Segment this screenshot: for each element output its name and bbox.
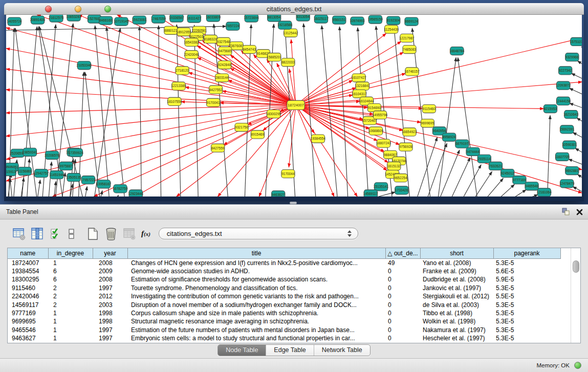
- graph-node[interactable]: [421, 119, 434, 127]
- graph-node[interactable]: [443, 133, 456, 141]
- graph-node[interactable]: [115, 17, 128, 26]
- graph-node[interactable]: [272, 191, 285, 196]
- graph-node[interactable]: [211, 144, 225, 152]
- graph-node[interactable]: [373, 111, 386, 119]
- graph-node[interactable]: [395, 186, 408, 194]
- graph-node[interactable]: [245, 15, 258, 22]
- graph-node[interactable]: [218, 61, 231, 69]
- graph-node[interactable]: [356, 82, 369, 90]
- graph-node[interactable]: [387, 162, 401, 170]
- maximize-window-button[interactable]: [104, 6, 111, 12]
- graph-node[interactable]: [311, 135, 324, 143]
- graph-node[interactable]: [164, 26, 178, 34]
- graph-node[interactable]: [34, 169, 48, 178]
- graph-node[interactable]: [557, 97, 570, 105]
- graph-node[interactable]: [81, 176, 95, 184]
- graph-node[interactable]: [466, 147, 480, 156]
- graph-node[interactable]: [385, 25, 398, 33]
- graph-node[interactable]: [133, 16, 146, 24]
- graph-node[interactable]: [394, 174, 407, 182]
- float-panel-button[interactable]: [562, 208, 570, 217]
- graph-node[interactable]: [403, 128, 416, 136]
- graph-node[interactable]: [351, 17, 364, 25]
- graph-node[interactable]: [405, 17, 418, 26]
- graph-node[interactable]: [287, 100, 304, 110]
- graph-node[interactable]: [97, 180, 111, 188]
- graph-node[interactable]: [525, 182, 538, 190]
- graph-node[interactable]: [226, 22, 239, 30]
- graph-node[interactable]: [219, 47, 232, 55]
- graph-node[interactable]: [18, 167, 31, 176]
- table-row[interactable]: 946554611997Estimation of the future num…: [8, 326, 560, 334]
- graph-node[interactable]: [403, 46, 416, 54]
- column-header-title[interactable]: title: [127, 248, 385, 258]
- graph-node[interactable]: [565, 167, 579, 175]
- window-titlebar[interactable]: citations_edges.txt: [4, 3, 584, 15]
- graph-node[interactable]: [399, 143, 412, 151]
- graph-node[interactable]: [543, 104, 557, 113]
- create-table-button[interactable]: [85, 226, 100, 242]
- graph-node[interactable]: [560, 125, 574, 134]
- graph-node[interactable]: [114, 185, 127, 193]
- graph-node[interactable]: [209, 85, 223, 94]
- graph-node[interactable]: [501, 169, 514, 178]
- graph-node[interactable]: [23, 148, 36, 156]
- graph-node[interactable]: [560, 180, 574, 188]
- graph-node[interactable]: [187, 15, 201, 23]
- column-header-in-degree[interactable]: in_degree: [48, 248, 93, 258]
- graph-node[interactable]: [50, 15, 63, 22]
- column-header-out-de-[interactable]: △ out_de...: [385, 248, 420, 258]
- table-vertical-scrollbar[interactable]: [571, 248, 580, 343]
- graph-node[interactable]: [405, 68, 419, 76]
- graph-node[interactable]: [268, 15, 281, 21]
- column-header-name[interactable]: name: [8, 248, 48, 258]
- graph-node[interactable]: [46, 151, 59, 159]
- graph-node[interactable]: [422, 104, 435, 113]
- graph-node[interactable]: [556, 152, 569, 161]
- graph-node[interactable]: [377, 139, 390, 147]
- row-height-button[interactable]: [67, 226, 77, 242]
- table-row[interactable]: 977716911998Corpus callosum shape and si…: [8, 309, 560, 317]
- column-header-year[interactable]: year: [93, 248, 127, 258]
- table-row[interactable]: 2242004622012Investigating the contribut…: [8, 292, 560, 300]
- graph-node[interactable]: [278, 21, 292, 29]
- graph-node[interactable]: [185, 38, 198, 46]
- graph-node[interactable]: [206, 15, 220, 21]
- graph-node[interactable]: [50, 171, 63, 179]
- function-builder-button[interactable]: f(x): [141, 229, 150, 238]
- graph-node[interactable]: [281, 58, 295, 67]
- graph-node[interactable]: [185, 51, 198, 59]
- table-row[interactable]: 1938455462009Genome-wide association stu…: [8, 267, 560, 275]
- table-settings-button[interactable]: [11, 226, 27, 242]
- select-column-button[interactable]: [30, 226, 45, 242]
- graph-node[interactable]: [477, 155, 491, 163]
- network-canvas[interactable]: 1872400788601231891295522260581912750316…: [6, 15, 582, 196]
- minimize-window-button[interactable]: [75, 6, 81, 12]
- column-header-pagerank[interactable]: pagerank: [493, 248, 560, 258]
- table-select-dropdown[interactable]: citations_edges.txt: [159, 228, 358, 239]
- graph-node[interactable]: [59, 162, 73, 170]
- graph-node[interactable]: [267, 110, 280, 118]
- graph-node[interactable]: [172, 82, 185, 90]
- graph-node[interactable]: [374, 183, 387, 191]
- graph-node[interactable]: [6, 168, 16, 176]
- graph-node[interactable]: [557, 81, 570, 90]
- table-row[interactable]: 1456911722003Disruption of a novel membe…: [8, 301, 560, 309]
- graph-node[interactable]: [67, 15, 80, 21]
- tab-network-table[interactable]: Network Table: [314, 345, 370, 356]
- graph-node[interactable]: [69, 148, 82, 157]
- graph-node[interactable]: [251, 130, 264, 139]
- graph-node[interactable]: [67, 173, 80, 182]
- close-panel-button[interactable]: [576, 208, 583, 217]
- graph-node[interactable]: [296, 15, 310, 21]
- graph-node[interactable]: [314, 15, 328, 23]
- graph-node[interactable]: [563, 141, 576, 149]
- table-row[interactable]: 1830029562008Estimation of significance …: [8, 275, 560, 283]
- graph-node[interactable]: [177, 28, 190, 36]
- graph-node[interactable]: [235, 123, 248, 132]
- graph-node[interactable]: [333, 16, 346, 24]
- graph-node[interactable]: [368, 15, 382, 24]
- graph-node[interactable]: [513, 176, 526, 184]
- graph-node[interactable]: [11, 149, 24, 157]
- graph-node[interactable]: [215, 74, 229, 82]
